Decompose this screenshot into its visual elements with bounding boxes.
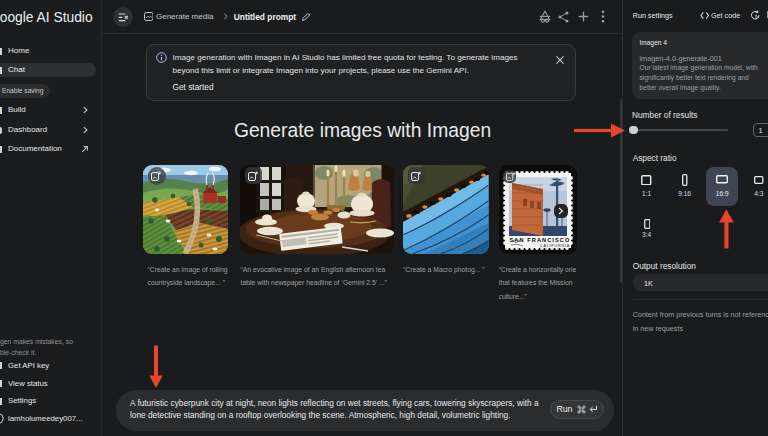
svg-text:CALIFORNIA: CALIFORNIA bbox=[540, 244, 570, 248]
